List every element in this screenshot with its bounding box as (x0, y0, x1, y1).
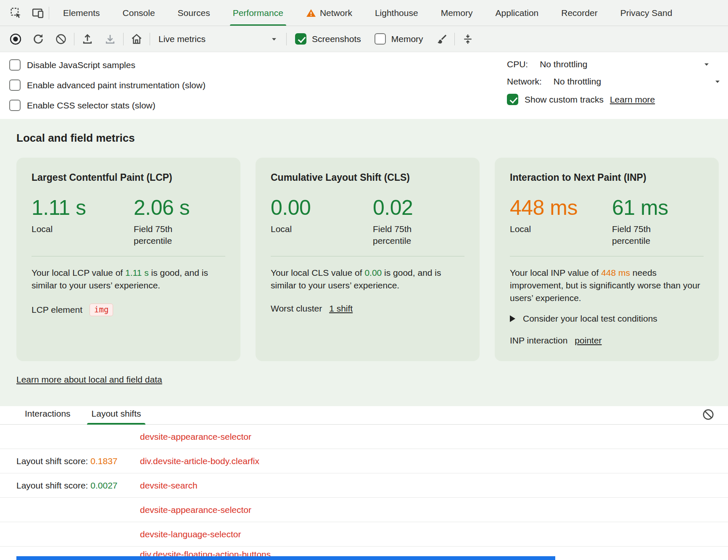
inspect-element-button[interactable] (5, 0, 27, 26)
selected-row-indicator (16, 556, 555, 560)
inp-interaction-link[interactable]: pointer (575, 335, 601, 346)
layout-shift-score: Layout shift score: 0.1837 (0, 456, 140, 466)
tab-performance[interactable]: Performance (222, 0, 295, 26)
tab-recorder[interactable]: Recorder (550, 0, 609, 26)
local-test-conditions-expander[interactable]: Consider your local test conditions (510, 314, 704, 324)
reload-and-record-button[interactable] (29, 29, 48, 49)
cls-card: Cumulative Layout Shift (CLS) 0.00 Local… (256, 158, 480, 361)
inp-field-value: 61 ms (612, 197, 681, 219)
checkbox-checked-icon (507, 94, 518, 105)
element-link[interactable]: devsite-language-selector (140, 529, 241, 539)
tab-network[interactable]: Network (295, 0, 364, 26)
lcp-element-label: LCP element (32, 305, 82, 315)
checkbox-unchecked-icon (9, 59, 21, 71)
score-value: 0.1837 (90, 456, 117, 466)
divider (271, 256, 464, 256)
field-data-learn-more-link[interactable]: Learn more about local and field data (16, 375, 162, 384)
inspect-cursor-icon (10, 7, 22, 19)
separator (286, 33, 287, 45)
toggle-device-toolbar-button[interactable] (27, 0, 49, 26)
panel-tabs: Elements Console Sources Performance Net… (52, 0, 683, 26)
tab-elements[interactable]: Elements (52, 0, 111, 26)
css-selector-stats-checkbox[interactable]: Enable CSS selector stats (slow) (9, 100, 206, 111)
advanced-paint-checkbox[interactable]: Enable advanced paint instrumentation (s… (9, 79, 206, 91)
layout-shift-row[interactable]: Layout shift score: 0.0027 devsite-searc… (0, 473, 728, 498)
worst-cluster-label: Worst cluster (271, 304, 322, 314)
metric-cards: Largest Contentful Paint (LCP) 1.11 s Lo… (16, 158, 728, 361)
layout-shift-row[interactable]: devsite-appearance-selector (0, 425, 728, 449)
brush-icon (435, 33, 447, 45)
expand-triangle-icon (510, 315, 515, 322)
tab-application[interactable]: Application (484, 0, 550, 26)
layout-shift-row[interactable]: Layout shift score: 0.1837 div.devsite-a… (0, 449, 728, 473)
element-link[interactable]: devsite-appearance-selector (140, 432, 251, 441)
element-link[interactable]: devsite-search (140, 481, 198, 490)
network-throttling-select[interactable]: No throttling (554, 77, 601, 87)
inp-card: Interaction to Next Paint (INP) 448 ms L… (495, 158, 719, 361)
tab-privacy-sandbox[interactable]: Privacy Sand (609, 0, 684, 26)
inp-interaction-label: INP interaction (510, 335, 567, 346)
panel-tabbar: Elements Console Sources Performance Net… (0, 0, 728, 26)
home-button[interactable] (127, 29, 146, 49)
inp-description: Your local INP value of 448 ms needs imp… (510, 267, 704, 304)
record-button[interactable] (6, 29, 25, 49)
worst-cluster-link[interactable]: 1 shift (329, 304, 353, 314)
clear-icon (55, 33, 67, 45)
live-metrics-pane: Local and field metrics Largest Contentf… (0, 119, 728, 406)
element-link[interactable]: devsite-appearance-selector (140, 505, 251, 515)
disable-js-samples-checkbox[interactable]: Disable JavaScript samples (9, 59, 206, 71)
cls-local-value: 0.00 (271, 197, 373, 219)
capture-settings: Disable JavaScript samples Enable advanc… (0, 52, 728, 119)
separator (454, 33, 455, 45)
tab-lighthouse[interactable]: Lighthouse (364, 0, 430, 26)
warning-icon (306, 8, 316, 18)
layout-shift-row[interactable]: devsite-language-selector (0, 522, 728, 547)
tab-layout-shifts[interactable]: Layout shifts (90, 409, 142, 424)
device-toolbar-icon (32, 7, 44, 19)
separator (49, 7, 49, 19)
network-throttling-label: Network: (507, 77, 542, 87)
cls-description: Your local CLS value of 0.00 is good, an… (271, 267, 464, 292)
cpu-throttling-label: CPU: (507, 59, 528, 69)
layout-shift-row[interactable]: devsite-appearance-selector (0, 498, 728, 522)
chevron-down-icon[interactable] (703, 61, 710, 68)
record-icon (9, 33, 22, 45)
load-profile-button[interactable] (78, 29, 97, 49)
chevron-down-icon[interactable] (714, 78, 721, 85)
inp-local-label: Local (510, 223, 612, 235)
score-value: 0.0027 (90, 481, 117, 490)
tab-memory[interactable]: Memory (430, 0, 484, 26)
cpu-throttling-row: CPU: No throttling (507, 59, 717, 69)
save-profile-button[interactable] (100, 29, 120, 49)
inp-card-title: Interaction to Next Paint (INP) (510, 172, 704, 183)
upload-icon (81, 33, 94, 45)
tab-interactions[interactable]: Interactions (24, 409, 72, 424)
divider (510, 256, 704, 256)
tab-sources[interactable]: Sources (166, 0, 222, 26)
capture-settings-right: CPU: No throttling Network: No throttlin… (507, 59, 717, 119)
custom-tracks-learn-more-link[interactable]: Learn more (610, 95, 655, 105)
element-link[interactable]: div.devsite-article-body.clearfix (140, 456, 259, 466)
tab-console[interactable]: Console (111, 0, 166, 26)
clear-button[interactable] (51, 29, 71, 49)
live-metrics-log: Interactions Layout shifts devsite-appea… (0, 406, 728, 560)
page-title: Local and field metrics (16, 132, 728, 145)
devtools-window: { "colors": { "accent_green": "#188038",… (0, 0, 728, 560)
network-throttling-row: Network: No throttling (507, 77, 717, 87)
lcp-local-label: Local (32, 223, 134, 235)
lcp-element-node-badge[interactable]: img (90, 304, 113, 316)
cpu-throttling-select[interactable]: No throttling (540, 59, 587, 69)
layout-shift-score: Layout shift score: 0.0027 (0, 481, 140, 491)
screenshots-checkbox[interactable]: Screenshots (295, 33, 361, 45)
show-custom-tracks-checkbox[interactable]: Show custom tracks (507, 94, 604, 105)
checkbox-unchecked-icon (375, 33, 386, 45)
collapse-sections-button[interactable] (458, 29, 477, 49)
chevron-down-icon (270, 35, 278, 43)
cleanup-button[interactable] (432, 29, 451, 49)
checkbox-checked-icon (295, 33, 306, 45)
clear-log-button[interactable] (702, 408, 715, 421)
block-icon (702, 408, 715, 421)
panel-mode-select[interactable]: Live metrics (153, 34, 283, 44)
memory-checkbox[interactable]: Memory (375, 33, 423, 45)
performance-toolbar: Live metrics Screenshots Memory (0, 26, 728, 52)
